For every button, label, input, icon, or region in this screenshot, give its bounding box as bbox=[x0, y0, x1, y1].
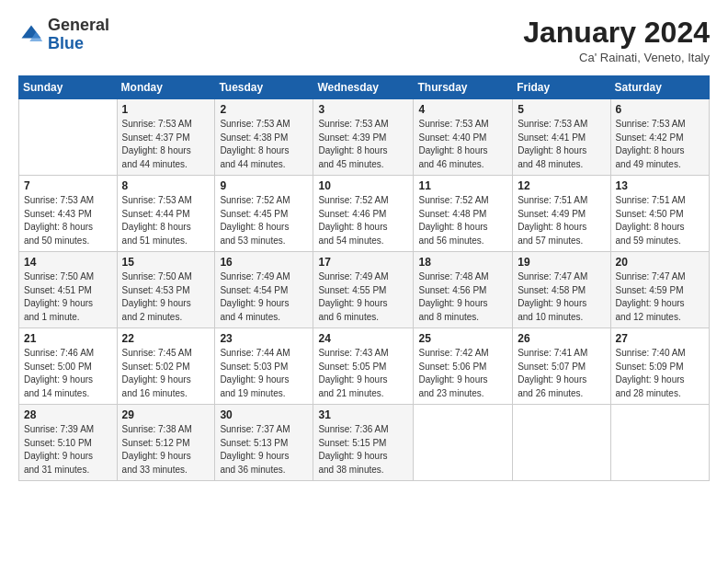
day-info: Sunrise: 7:53 AMSunset: 4:39 PMDaylight:… bbox=[318, 118, 408, 171]
day-number: 20 bbox=[616, 256, 704, 269]
day-number: 28 bbox=[24, 408, 112, 421]
calendar-day-cell: 13Sunrise: 7:51 AMSunset: 4:50 PMDayligh… bbox=[610, 176, 709, 252]
day-info: Sunrise: 7:52 AMSunset: 4:46 PMDaylight:… bbox=[318, 194, 408, 247]
calendar-day-cell: 29Sunrise: 7:38 AMSunset: 5:12 PMDayligh… bbox=[117, 405, 215, 481]
day-info: Sunrise: 7:51 AMSunset: 4:50 PMDaylight:… bbox=[616, 194, 704, 247]
calendar-day-cell: 24Sunrise: 7:43 AMSunset: 5:05 PMDayligh… bbox=[313, 328, 414, 405]
day-number: 5 bbox=[518, 103, 605, 116]
day-info: Sunrise: 7:53 AMSunset: 4:43 PMDaylight:… bbox=[24, 194, 112, 247]
calendar-week-row: 7Sunrise: 7:53 AMSunset: 4:43 PMDaylight… bbox=[19, 176, 710, 252]
calendar-day-cell: 19Sunrise: 7:47 AMSunset: 4:58 PMDayligh… bbox=[513, 252, 610, 328]
day-number: 1 bbox=[122, 103, 210, 116]
calendar-day-cell: 4Sunrise: 7:53 AMSunset: 4:40 PMDaylight… bbox=[414, 99, 513, 176]
calendar-day-cell: 26Sunrise: 7:41 AMSunset: 5:07 PMDayligh… bbox=[513, 328, 610, 405]
location-subtitle: Ca' Rainati, Veneto, Italy bbox=[523, 51, 710, 64]
calendar-day-cell: 2Sunrise: 7:53 AMSunset: 4:38 PMDaylight… bbox=[215, 99, 313, 176]
day-number: 30 bbox=[220, 408, 308, 421]
day-info: Sunrise: 7:36 AMSunset: 5:15 PMDaylight:… bbox=[318, 423, 408, 477]
calendar-day-cell: 16Sunrise: 7:49 AMSunset: 4:54 PMDayligh… bbox=[215, 252, 313, 328]
day-info: Sunrise: 7:47 AMSunset: 4:58 PMDaylight:… bbox=[518, 270, 605, 324]
calendar-day-cell: 22Sunrise: 7:45 AMSunset: 5:02 PMDayligh… bbox=[117, 328, 215, 405]
day-info: Sunrise: 7:52 AMSunset: 4:48 PMDaylight:… bbox=[418, 194, 507, 247]
day-number: 27 bbox=[616, 332, 704, 345]
month-title: January 2024 bbox=[523, 17, 710, 49]
calendar-day-cell: 21Sunrise: 7:46 AMSunset: 5:00 PMDayligh… bbox=[19, 328, 118, 405]
day-number: 11 bbox=[418, 179, 507, 192]
calendar-body: 1Sunrise: 7:53 AMSunset: 4:37 PMDaylight… bbox=[19, 99, 710, 481]
calendar-day-cell bbox=[19, 99, 118, 176]
day-info: Sunrise: 7:38 AMSunset: 5:12 PMDaylight:… bbox=[122, 423, 210, 477]
weekday-header-cell: Friday bbox=[513, 76, 610, 99]
calendar-day-cell: 1Sunrise: 7:53 AMSunset: 4:37 PMDaylight… bbox=[117, 99, 215, 176]
calendar-day-cell: 27Sunrise: 7:40 AMSunset: 5:09 PMDayligh… bbox=[610, 328, 709, 405]
calendar-day-cell: 10Sunrise: 7:52 AMSunset: 4:46 PMDayligh… bbox=[313, 176, 414, 252]
calendar-day-cell bbox=[610, 405, 709, 481]
day-info: Sunrise: 7:53 AMSunset: 4:42 PMDaylight:… bbox=[616, 118, 704, 171]
day-number: 12 bbox=[518, 179, 605, 192]
day-number: 26 bbox=[518, 332, 605, 345]
calendar-week-row: 21Sunrise: 7:46 AMSunset: 5:00 PMDayligh… bbox=[19, 328, 710, 405]
calendar-day-cell: 8Sunrise: 7:53 AMSunset: 4:44 PMDaylight… bbox=[117, 176, 215, 252]
day-number: 7 bbox=[24, 179, 112, 192]
calendar-day-cell: 25Sunrise: 7:42 AMSunset: 5:06 PMDayligh… bbox=[414, 328, 513, 405]
day-info: Sunrise: 7:48 AMSunset: 4:56 PMDaylight:… bbox=[418, 270, 507, 324]
calendar-week-row: 28Sunrise: 7:39 AMSunset: 5:10 PMDayligh… bbox=[19, 405, 710, 481]
day-info: Sunrise: 7:53 AMSunset: 4:44 PMDaylight:… bbox=[122, 194, 210, 247]
day-info: Sunrise: 7:41 AMSunset: 5:07 PMDaylight:… bbox=[518, 347, 605, 400]
calendar-day-cell: 15Sunrise: 7:50 AMSunset: 4:53 PMDayligh… bbox=[117, 252, 215, 328]
day-info: Sunrise: 7:53 AMSunset: 4:40 PMDaylight:… bbox=[418, 118, 507, 171]
calendar-day-cell: 14Sunrise: 7:50 AMSunset: 4:51 PMDayligh… bbox=[19, 252, 118, 328]
logo-general-text: General bbox=[48, 16, 109, 34]
calendar-day-cell bbox=[513, 405, 610, 481]
day-info: Sunrise: 7:49 AMSunset: 4:55 PMDaylight:… bbox=[318, 270, 408, 324]
day-number: 6 bbox=[616, 103, 704, 116]
day-info: Sunrise: 7:49 AMSunset: 4:54 PMDaylight:… bbox=[220, 270, 308, 324]
calendar-day-cell: 20Sunrise: 7:47 AMSunset: 4:59 PMDayligh… bbox=[610, 252, 709, 328]
day-number: 19 bbox=[518, 256, 605, 269]
calendar-day-cell: 18Sunrise: 7:48 AMSunset: 4:56 PMDayligh… bbox=[414, 252, 513, 328]
calendar-day-cell: 6Sunrise: 7:53 AMSunset: 4:42 PMDaylight… bbox=[610, 99, 709, 176]
title-block: January 2024 Ca' Rainati, Veneto, Italy bbox=[523, 17, 710, 64]
day-info: Sunrise: 7:43 AMSunset: 5:05 PMDaylight:… bbox=[318, 347, 408, 400]
calendar-day-cell: 3Sunrise: 7:53 AMSunset: 4:39 PMDaylight… bbox=[313, 99, 414, 176]
day-number: 18 bbox=[418, 256, 507, 269]
day-info: Sunrise: 7:52 AMSunset: 4:45 PMDaylight:… bbox=[220, 194, 308, 247]
day-info: Sunrise: 7:37 AMSunset: 5:13 PMDaylight:… bbox=[220, 423, 308, 477]
day-number: 24 bbox=[318, 332, 408, 345]
calendar-day-cell: 7Sunrise: 7:53 AMSunset: 4:43 PMDaylight… bbox=[19, 176, 118, 252]
calendar-day-cell: 17Sunrise: 7:49 AMSunset: 4:55 PMDayligh… bbox=[313, 252, 414, 328]
calendar-day-cell: 9Sunrise: 7:52 AMSunset: 4:45 PMDaylight… bbox=[215, 176, 313, 252]
logo-icon bbox=[18, 22, 44, 48]
day-number: 31 bbox=[318, 408, 408, 421]
day-number: 9 bbox=[220, 179, 308, 192]
day-info: Sunrise: 7:53 AMSunset: 4:37 PMDaylight:… bbox=[122, 118, 210, 171]
day-number: 21 bbox=[24, 332, 112, 345]
weekday-header-cell: Tuesday bbox=[215, 76, 313, 99]
day-number: 14 bbox=[24, 256, 112, 269]
calendar-day-cell bbox=[414, 405, 513, 481]
calendar-day-cell: 12Sunrise: 7:51 AMSunset: 4:49 PMDayligh… bbox=[513, 176, 610, 252]
calendar-table: SundayMondayTuesdayWednesdayThursdayFrid… bbox=[18, 75, 710, 481]
day-number: 2 bbox=[220, 103, 308, 116]
calendar-day-cell: 23Sunrise: 7:44 AMSunset: 5:03 PMDayligh… bbox=[215, 328, 313, 405]
calendar-day-cell: 31Sunrise: 7:36 AMSunset: 5:15 PMDayligh… bbox=[313, 405, 414, 481]
calendar-week-row: 1Sunrise: 7:53 AMSunset: 4:37 PMDaylight… bbox=[19, 99, 710, 176]
day-info: Sunrise: 7:50 AMSunset: 4:51 PMDaylight:… bbox=[24, 270, 112, 324]
day-info: Sunrise: 7:39 AMSunset: 5:10 PMDaylight:… bbox=[24, 423, 112, 477]
day-info: Sunrise: 7:50 AMSunset: 4:53 PMDaylight:… bbox=[122, 270, 210, 324]
day-info: Sunrise: 7:53 AMSunset: 4:41 PMDaylight:… bbox=[518, 118, 605, 171]
calendar-header: SundayMondayTuesdayWednesdayThursdayFrid… bbox=[19, 76, 710, 99]
day-number: 13 bbox=[616, 179, 704, 192]
day-info: Sunrise: 7:53 AMSunset: 4:38 PMDaylight:… bbox=[220, 118, 308, 171]
calendar-week-row: 14Sunrise: 7:50 AMSunset: 4:51 PMDayligh… bbox=[19, 252, 710, 328]
calendar-day-cell: 5Sunrise: 7:53 AMSunset: 4:41 PMDaylight… bbox=[513, 99, 610, 176]
calendar-day-cell: 28Sunrise: 7:39 AMSunset: 5:10 PMDayligh… bbox=[19, 405, 118, 481]
day-number: 4 bbox=[418, 103, 507, 116]
day-number: 16 bbox=[220, 256, 308, 269]
day-info: Sunrise: 7:42 AMSunset: 5:06 PMDaylight:… bbox=[418, 347, 507, 400]
day-info: Sunrise: 7:51 AMSunset: 4:49 PMDaylight:… bbox=[518, 194, 605, 247]
logo: General Blue bbox=[18, 17, 109, 53]
day-info: Sunrise: 7:44 AMSunset: 5:03 PMDaylight:… bbox=[220, 347, 308, 400]
page: General Blue January 2024 Ca' Rainati, V… bbox=[0, 0, 728, 563]
weekday-header-cell: Saturday bbox=[610, 76, 709, 99]
